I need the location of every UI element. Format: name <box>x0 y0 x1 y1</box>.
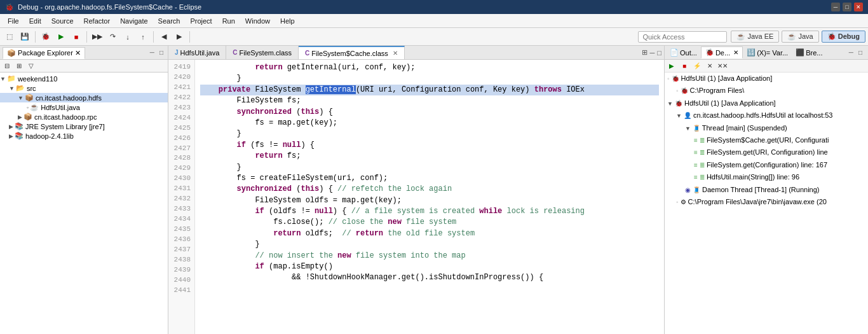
menu-edit[interactable]: Edit <box>24 16 46 26</box>
center-panel: J HdfsUtil.java C FileSystem.class C Fil… <box>168 46 665 334</box>
stop-button[interactable]: ■ <box>69 30 83 44</box>
tree-item[interactable]: ▶📚hadoop-2.4.1lib <box>0 131 168 141</box>
tree-item[interactable]: ◦☕HdfsUtil.java <box>0 102 168 112</box>
perspective-java[interactable]: ☕ Java <box>782 31 818 43</box>
quick-access-input[interactable] <box>638 31 727 43</box>
code-line[interactable]: FileSystem oldfs = map.get(key); <box>200 195 659 206</box>
code-line[interactable]: private FileSystem getInternal(URI uri, … <box>200 85 659 95</box>
collapse-all-button[interactable]: ⊟ <box>1 61 13 71</box>
main-area: 📦 Package Explorer ✕ ─ □ ⊟ ⊞ ▽ ▼📁weekend… <box>0 46 868 334</box>
filesystemcache-close[interactable]: ✕ <box>393 50 398 57</box>
debug-remove-btn[interactable]: ✕ <box>704 61 715 71</box>
code-line[interactable]: synchronized (this) { <box>200 107 659 118</box>
menu-navigate[interactable]: Navigate <box>115 16 153 26</box>
save-button[interactable]: 💾 <box>18 30 32 44</box>
package-explorer-tab[interactable]: 📦 Package Explorer ✕ <box>3 47 85 59</box>
view-menu-button[interactable]: ▽ <box>25 61 37 71</box>
debug-tree-item[interactable]: ◦🐞 HdfsUtil (1) [Java Application] <box>665 73 868 85</box>
perspective-javaee[interactable]: ☕ Java EE <box>731 31 779 43</box>
debug-tree-item[interactable]: ▼🧵 Thread [main] (Suspended) <box>665 122 868 134</box>
menu-help[interactable]: Help <box>275 16 300 26</box>
code-line[interactable]: fs = createFileSystem(uri, conf); <box>200 173 659 184</box>
prev-edit-button[interactable]: ◀ <box>157 30 171 44</box>
tree-item[interactable]: ▶📦cn.itcast.hadoop.rpc <box>0 112 168 122</box>
code-line[interactable]: } <box>200 73 659 84</box>
minimize-panel-button[interactable]: ─ <box>148 48 156 57</box>
editor-minimize[interactable]: ─ <box>650 49 655 57</box>
menu-run[interactable]: Run <box>217 16 240 26</box>
right-panel-minimize[interactable]: ─ <box>847 48 855 57</box>
left-panel: 📦 Package Explorer ✕ ─ □ ⊟ ⊞ ▽ ▼📁weekend… <box>0 46 168 334</box>
code-line[interactable]: } <box>200 162 659 173</box>
debug-resume-btn[interactable]: ▶ <box>666 61 677 71</box>
maximize-panel-button[interactable]: □ <box>158 48 165 57</box>
debug-tree-item[interactable]: ≡≣ FileSystem.get(URI, Configuration) li… <box>665 146 868 158</box>
minimize-button[interactable]: ─ <box>831 3 840 11</box>
debug-remove-all-btn[interactable]: ✕✕ <box>717 61 728 71</box>
step-into-button[interactable]: ↓ <box>121 30 135 44</box>
debug-tree-item[interactable]: ◉🧵 Daemon Thread [Thread-1] (Running) <box>665 184 868 196</box>
code-line[interactable]: } <box>200 129 659 139</box>
debug-tree-item[interactable]: ≡≣ HdfsUtil.main(String[]) line: 96 <box>665 171 868 183</box>
close-button[interactable]: ✕ <box>854 3 863 11</box>
debug-label-4: 🧵 Thread [main] (Suspended) <box>693 123 787 133</box>
menu-project[interactable]: Project <box>185 16 217 26</box>
debug-tree-item[interactable]: ◦🐞 C:\Program Files\ <box>665 85 868 97</box>
menu-file[interactable]: File <box>3 16 24 26</box>
code-line[interactable]: if (oldfs != null) { // a file system is… <box>200 206 659 217</box>
editor-tab-filesystem[interactable]: C FileSystem.class <box>226 46 299 59</box>
window-title: Debug - org.apache.hadoop.fs.FileSystem$… <box>18 3 201 11</box>
tree-item[interactable]: ▼📦cn.itcast.hadoop.hdfs <box>0 93 168 102</box>
tree-item[interactable]: ▼📂src <box>0 83 168 93</box>
debug-tree-item[interactable]: ≡≣ FileSystem$Cache.get(URI, Configurati <box>665 134 868 146</box>
code-line[interactable]: if (map.isEmpty() <box>200 261 659 272</box>
code-line[interactable]: fs = map.get(key); <box>200 118 659 129</box>
menu-refactor[interactable]: Refactor <box>79 16 116 26</box>
code-line[interactable]: && !ShutdownHookManager.get().isShutdown… <box>200 272 659 283</box>
menu-window[interactable]: Window <box>240 16 275 26</box>
menu-search[interactable]: Search <box>153 16 186 26</box>
code-line[interactable]: if (fs != null) { <box>200 140 659 151</box>
code-line[interactable]: synchronized (this) { // refetch the loc… <box>200 184 659 195</box>
code-content[interactable]: return getInternal(uri, conf, key); } pr… <box>195 60 664 334</box>
debug-tab-out[interactable]: 📄 Out... <box>666 47 701 58</box>
right-panel-maximize[interactable]: □ <box>857 48 864 57</box>
editor-view-menu[interactable]: ⊞ <box>642 48 648 57</box>
debug-tree-item[interactable]: ▼👤 cn.itcast.hadoop.hdfs.HdfsUtil at loc… <box>665 109 868 122</box>
perspective-debug[interactable]: 🐞 Debug <box>822 31 865 43</box>
debug-terminate-btn[interactable]: ■ <box>679 61 690 71</box>
code-line[interactable]: return getInternal(uri, conf, key); <box>200 62 659 73</box>
line-number: 2428 <box>171 153 191 164</box>
debug-tree-item[interactable]: ▼🐞 HdfsUtil (1) [Java Application] <box>665 97 868 109</box>
resume-button[interactable]: ▶▶ <box>90 30 104 44</box>
code-line[interactable]: return oldfs; // return the old file sys… <box>200 228 659 239</box>
debug-tab-var[interactable]: 🔢 (X)= Var... <box>743 47 792 58</box>
step-out-button[interactable]: ↑ <box>136 30 150 44</box>
code-line[interactable]: // now insert the new file system into t… <box>200 251 659 261</box>
debug-tab-close[interactable]: ✕ <box>733 49 738 56</box>
step-over-button[interactable]: ↷ <box>105 30 119 44</box>
new-button[interactable]: ⬚ <box>3 30 17 44</box>
debug-tree-item[interactable]: ≡≣ FileSystem.get(Configuration) line: 1… <box>665 159 868 171</box>
editor-tab-filesystemcache[interactable]: C FileSystem$Cache.class ✕ <box>299 46 405 59</box>
next-edit-button[interactable]: ▶ <box>172 30 186 44</box>
debug-icon-2: ▼ <box>667 99 673 108</box>
menu-source[interactable]: Source <box>46 16 79 26</box>
tree-item[interactable]: ▶📚JRE System Library [jre7] <box>0 122 168 131</box>
link-with-editor-button[interactable]: ⊞ <box>13 61 25 71</box>
debug-tab-de[interactable]: 🐞 De... ✕ <box>701 46 743 59</box>
editor-tab-hdfsutil[interactable]: J HdfsUtil.java <box>168 46 226 59</box>
maximize-button[interactable]: □ <box>843 3 851 11</box>
code-line[interactable]: } <box>200 239 659 250</box>
tree-item[interactable]: ▼📁weekend110 <box>0 74 168 83</box>
code-line[interactable]: FileSystem fs; <box>200 95 659 106</box>
editor-maximize[interactable]: □ <box>657 49 661 57</box>
code-line[interactable]: fs.close(); // close the new file system <box>200 217 659 228</box>
package-explorer-close[interactable]: ✕ <box>75 49 81 57</box>
debug-button[interactable]: 🐞 <box>39 30 53 44</box>
debug-tree-item[interactable]: ◦⚙ C:\Program Files\Java\jre7\bin\javaw.… <box>665 196 868 208</box>
code-line[interactable]: return fs; <box>200 151 659 162</box>
run-button[interactable]: ▶ <box>54 30 68 44</box>
debug-tab-bre[interactable]: ⬛ Bre... <box>792 47 826 58</box>
debug-disconnect-btn[interactable]: ⚡ <box>691 61 703 71</box>
